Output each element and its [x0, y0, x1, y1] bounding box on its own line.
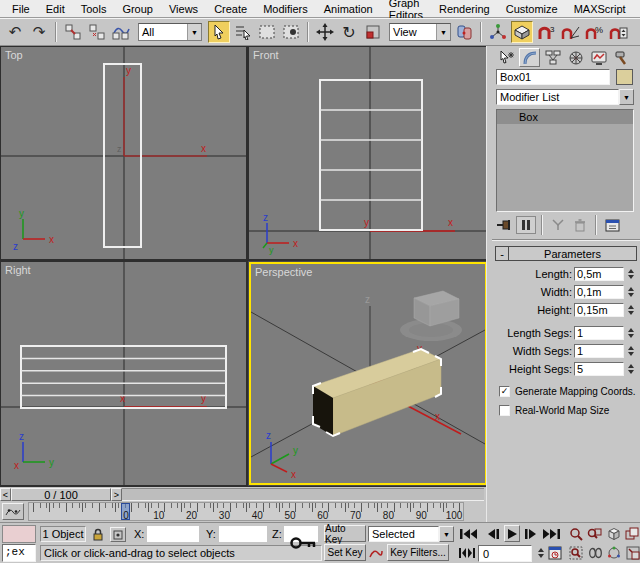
select-object-button[interactable] [208, 21, 230, 43]
chevron-down-icon[interactable]: ▼ [619, 89, 634, 105]
parameter-input[interactable]: 5 [574, 362, 624, 376]
selection-filter-dropdown[interactable]: All ▼ [138, 23, 202, 41]
select-and-manipulate-button[interactable] [487, 21, 509, 43]
selection-lock-toggle[interactable] [90, 527, 105, 542]
time-slider-channel[interactable] [122, 488, 484, 501]
use-pivot-point-button[interactable] [453, 21, 475, 43]
x-coord-input[interactable] [147, 526, 199, 542]
checkbox-unchecked[interactable] [499, 405, 510, 416]
modifier-stack[interactable]: Box [496, 109, 634, 212]
select-and-link-button[interactable] [62, 21, 84, 43]
percent-snap-button[interactable]: % [583, 21, 605, 43]
snaps-toggle-button[interactable] [511, 21, 533, 43]
chevron-down-icon[interactable]: ▼ [439, 526, 454, 542]
tab-modify[interactable] [519, 48, 540, 67]
show-end-result-button[interactable] [516, 216, 536, 234]
viewport-top-label[interactable]: Top [5, 49, 23, 61]
menu-help[interactable]: Help [634, 2, 640, 16]
window-crossing-toggle-button[interactable] [280, 21, 302, 43]
reference-coordinate-dropdown[interactable]: View ▼ [389, 23, 451, 41]
angle-snap-button[interactable] [559, 21, 581, 43]
parameter-spinner[interactable] [625, 285, 637, 299]
object-color-swatch[interactable] [616, 69, 633, 85]
parameter-spinner[interactable] [625, 362, 637, 376]
collapse-icon[interactable]: - [496, 247, 509, 260]
auto-key-button[interactable]: Auto Key [324, 525, 366, 542]
modifier-list-dropdown[interactable]: Modifier List ▼ [496, 89, 634, 105]
select-and-rotate-button[interactable]: ↻ [338, 21, 360, 43]
rectangular-selection-region-button[interactable] [256, 21, 278, 43]
time-slider-handle[interactable]: 0 / 100 [11, 488, 111, 501]
parameter-spinner[interactable] [625, 326, 637, 340]
menu-group[interactable]: Group [114, 2, 161, 16]
menu-views[interactable]: Views [161, 2, 206, 16]
unlink-selection-button[interactable] [86, 21, 108, 43]
bind-to-spacewarp-button[interactable] [110, 21, 132, 43]
select-and-move-button[interactable] [314, 21, 336, 43]
configure-modifier-sets-button[interactable] [602, 216, 622, 234]
menu-create[interactable]: Create [206, 2, 255, 16]
zoom-extents-button[interactable] [604, 525, 623, 542]
viewport-perspective[interactable]: Perspective z y x [249, 262, 487, 485]
time-configuration-button[interactable] [546, 544, 564, 561]
key-mode-toggle-button[interactable] [458, 544, 476, 561]
maxscript-mini-listener-macro[interactable] [2, 525, 36, 543]
menu-tools[interactable]: Tools [73, 2, 115, 16]
menu-customize[interactable]: Customize [498, 2, 566, 16]
parameter-input[interactable]: 0,5m [574, 267, 624, 281]
default-in-out-tangent-button[interactable] [368, 544, 384, 561]
menu-file[interactable]: File [4, 2, 38, 16]
pan-view-button[interactable] [585, 544, 604, 561]
previous-frame-arrow[interactable]: < [0, 488, 11, 501]
select-and-scale-button[interactable] [362, 21, 384, 43]
arc-rotate-button[interactable] [604, 544, 623, 561]
modifier-stack-item-box[interactable]: Box [497, 110, 633, 124]
parameter-spinner[interactable] [625, 267, 637, 281]
maxscript-mini-listener[interactable]: ;ex [2, 544, 36, 562]
parameter-input[interactable]: 1 [574, 326, 624, 340]
zoom-extents-all-button[interactable] [623, 525, 640, 542]
key-filters-button[interactable]: Key Filters... [387, 544, 449, 561]
menu-maxscript[interactable]: MAXScript [566, 2, 634, 16]
pin-stack-button[interactable] [494, 216, 514, 234]
snap-3d-button[interactable]: 3 [535, 21, 557, 43]
redo-button[interactable]: ↷ [28, 21, 50, 43]
spinner-snap-button[interactable] [607, 21, 629, 43]
parameter-spinner[interactable] [625, 303, 637, 317]
go-to-start-button[interactable] [458, 525, 480, 542]
region-zoom-button[interactable] [566, 544, 585, 561]
go-to-end-button[interactable] [540, 525, 562, 542]
selection-set-dropdown[interactable]: Selected ▼ [368, 526, 454, 542]
current-frame-field[interactable]: 0 [478, 545, 532, 562]
viewport-front-label[interactable]: Front [253, 49, 279, 61]
y-coord-input[interactable] [219, 526, 267, 542]
zoom-all-button[interactable] [585, 525, 604, 542]
parameter-input[interactable]: 0,15m [574, 303, 624, 317]
track-bar-ruler[interactable]: 0102030405060708090100 [28, 502, 464, 521]
menu-edit[interactable]: Edit [38, 2, 73, 16]
tab-display[interactable] [588, 48, 609, 67]
tab-motion[interactable] [565, 48, 586, 67]
next-frame-arrow[interactable]: > [111, 488, 122, 501]
viewport-right[interactable]: Right x y z y x [1, 262, 246, 485]
parameter-input[interactable]: 1 [574, 344, 624, 358]
set-key-button[interactable]: Set Key [324, 544, 366, 561]
menu-rendering[interactable]: Rendering [431, 2, 498, 16]
zoom-button[interactable] [566, 525, 585, 542]
viewport-top[interactable]: Top y x z y x z [1, 47, 246, 259]
viewport-right-label[interactable]: Right [5, 264, 31, 276]
play-button[interactable] [504, 525, 520, 542]
make-unique-button[interactable] [548, 216, 568, 234]
remove-modifier-button[interactable] [570, 216, 590, 234]
absolute-offset-mode-toggle[interactable] [110, 527, 126, 542]
undo-button[interactable]: ↶ [4, 21, 26, 43]
menu-animation[interactable]: Animation [316, 2, 381, 16]
parameter-spinner[interactable] [625, 344, 637, 358]
object-name-field[interactable]: Box01 [496, 69, 610, 85]
select-by-name-button[interactable] [232, 21, 254, 43]
menu-modifiers[interactable]: Modifiers [255, 2, 316, 16]
tab-create[interactable] [496, 48, 517, 67]
open-mini-curve-editor-button[interactable] [2, 503, 24, 520]
parameter-input[interactable]: 0,1m [574, 285, 624, 299]
set-keys-button[interactable] [288, 529, 318, 557]
